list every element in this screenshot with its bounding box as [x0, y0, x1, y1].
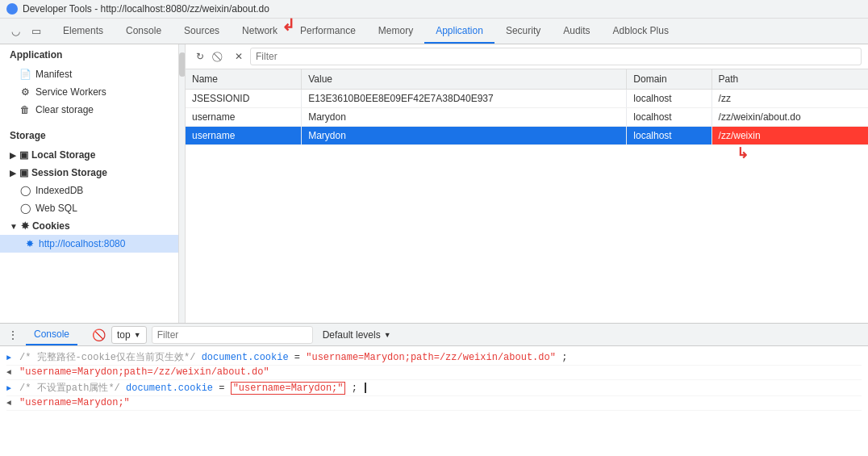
col-name: Name — [186, 69, 302, 90]
tab-adblock[interactable]: Adblock Plus — [602, 19, 680, 44]
clear-button[interactable]: ✕ — [231, 48, 247, 65]
chevron-down-icon: ▼ — [10, 222, 18, 231]
local-storage-group[interactable]: ▶ ▣ Local Storage — [0, 146, 178, 164]
local-storage-label: Local Storage — [31, 149, 95, 161]
refresh-button[interactable]: ↻ — [192, 48, 208, 65]
table-row[interactable]: JSESSIONID E13E3610B0EE8E09EF42E7A38D40E… — [186, 90, 868, 108]
output-arrow-1: ◄ — [6, 368, 16, 377]
levels-chevron-icon: ▼ — [384, 331, 391, 339]
storage-header: Storage — [0, 125, 178, 146]
sidebar: Application 📄 Manifest ⚙ Service Workers… — [0, 44, 186, 323]
cell-domain: localhost — [627, 108, 712, 127]
console-filter-input[interactable] — [152, 326, 313, 344]
keyword-1: document.cookie — [202, 352, 289, 363]
url-highlight[interactable]: /zz/weixin/about.do — [187, 3, 269, 15]
col-domain: Domain — [627, 69, 712, 90]
table-header-row: Name Value Domain Path — [186, 69, 868, 90]
inspect-icon[interactable]: ◡ — [6, 23, 24, 40]
console-line-4: ◄ "username=Marydon;" — [6, 396, 862, 411]
cell-path: /zz — [712, 90, 868, 108]
cookies-group[interactable]: ▼ ✸ Cookies — [0, 217, 178, 235]
context-select[interactable]: top ▼ — [111, 326, 147, 344]
levels-select[interactable]: Default levels ▼ — [318, 326, 396, 344]
console-menu-button[interactable]: ⋮ — [6, 328, 19, 341]
app-icon — [6, 3, 18, 15]
keyword-3: document.cookie — [126, 383, 213, 394]
console-line-text-2: "username=Marydon;path=/zz/weixin/about.… — [19, 366, 269, 378]
sidebar-item-service-workers[interactable]: ⚙ Service Workers — [0, 83, 178, 101]
console-filter-row: 🚫 top ▼ Default levels ▼ — [90, 326, 396, 344]
service-workers-icon: ⚙ — [19, 86, 31, 98]
console-line-text-4: "username=Marydon;" — [19, 397, 130, 408]
col-value: Value — [302, 69, 627, 90]
clear-storage-label: Clear storage — [35, 104, 94, 115]
sidebar-item-indexeddb[interactable]: ◯ IndexedDB — [0, 182, 178, 199]
tab-memory[interactable]: Memory — [367, 19, 424, 44]
cookies-table: Name Value Domain Path JSESSIONID E13E36… — [186, 69, 868, 323]
console-line-text-3: /* 不设置path属性*/ document.cookie = "userna… — [19, 381, 366, 395]
string-red-box: "username=Marydon;" — [231, 382, 346, 395]
table-row[interactable]: username Marydon localhost /zz/weixin/ab… — [186, 108, 868, 127]
manifest-label: Manifest — [35, 69, 72, 80]
text-1: = — [294, 352, 306, 363]
comment-3: /* 不设置path属性*/ — [19, 383, 120, 394]
filter-input[interactable] — [250, 48, 862, 65]
console-no-entry-icon: 🚫 — [90, 327, 106, 343]
content-panel: ↻ ⃠ ✕ Name Value Domain Path — [186, 44, 868, 323]
table-row-selected[interactable]: username Marydon localhost /zz/weixin ↳ — [186, 127, 868, 145]
cookies-label: Cookies — [32, 220, 70, 232]
string-2: "username=Marydon;path=/zz/weixin/about.… — [19, 366, 269, 378]
console-line-text-1: /* 完整路径-cookie仅在当前页生效*/ document.cookie … — [19, 350, 567, 364]
block-button[interactable]: ⃠ — [211, 48, 227, 65]
cell-name: username — [186, 108, 302, 127]
session-storage-group[interactable]: ▶ ▣ Session Storage — [0, 164, 178, 182]
device-icon[interactable]: ▭ — [27, 23, 45, 40]
sidebar-item-cookies-localhost[interactable]: ✸ http://localhost:8080 — [0, 235, 178, 253]
console-line-1: ► /* 完整路径-cookie仅在当前页生效*/ document.cooki… — [6, 349, 862, 366]
content-toolbar: ↻ ⃠ ✕ — [186, 44, 868, 69]
tab-console-bottom[interactable]: Console — [26, 324, 77, 345]
cell-name: JSESSIONID — [186, 90, 302, 108]
tab-console[interactable]: Console — [115, 19, 173, 44]
context-label: top — [117, 329, 131, 341]
context-chevron-icon: ▼ — [134, 331, 141, 339]
tab-performance[interactable]: Performance — [289, 19, 367, 44]
console-line-3: ► /* 不设置path属性*/ document.cookie = "user… — [6, 380, 862, 396]
chevron-right-icon-2: ▶ — [10, 169, 16, 178]
input-arrow-1: ► — [6, 354, 16, 362]
cookies-localhost-label: http://localhost:8080 — [39, 238, 125, 249]
session-storage-label: Session Storage — [31, 167, 107, 178]
cell-domain-selected: localhost — [627, 127, 712, 145]
chevron-right-icon: ▶ — [10, 151, 16, 160]
tab-network[interactable]: Network ↲ — [231, 19, 289, 44]
tab-sources[interactable]: Sources — [173, 19, 231, 44]
local-storage-icon: ▣ — [19, 149, 28, 161]
text-3: = — [219, 383, 230, 394]
tab-application[interactable]: Application — [424, 19, 495, 44]
title-bar: Developer Tools - http://localhost:8080/… — [0, 0, 868, 19]
sidebar-item-web-sql[interactable]: ◯ Web SQL — [0, 199, 178, 217]
tab-security[interactable]: Security — [495, 19, 552, 44]
sidebar-item-clear-storage[interactable]: 🗑 Clear storage — [0, 101, 178, 119]
toolbar-icons: ◡ ▭ — [0, 23, 52, 40]
semi-1: ; — [561, 352, 567, 363]
cell-name-selected: username — [186, 127, 302, 145]
semi-3: ; — [352, 383, 357, 394]
sidebar-item-manifest[interactable]: 📄 Manifest — [0, 65, 178, 83]
tab-elements[interactable]: Elements — [52, 19, 115, 44]
cell-value: E13E3610B0EE8E09EF42E7A38D40E937 — [302, 90, 627, 108]
web-sql-label: Web SQL — [35, 203, 77, 214]
cookies-icon: ✸ — [21, 220, 29, 232]
main-content: Application 📄 Manifest ⚙ Service Workers… — [0, 44, 868, 323]
session-storage-icon: ▣ — [19, 167, 28, 178]
console-content: ► /* 完整路径-cookie仅在当前页生效*/ document.cooki… — [0, 346, 868, 452]
input-arrow-2: ► — [6, 384, 16, 393]
nav-tabs: Elements Console Sources Network ↲ Perfo… — [52, 19, 868, 44]
application-header: Application — [0, 44, 178, 65]
manifest-icon: 📄 — [19, 69, 31, 80]
tab-audits[interactable]: Audits — [552, 19, 601, 44]
indexeddb-icon: ◯ — [19, 185, 31, 196]
cell-domain: localhost — [627, 90, 712, 108]
comment-1: /* 完整路径-cookie仅在当前页生效*/ — [19, 352, 195, 363]
cursor — [365, 383, 366, 393]
